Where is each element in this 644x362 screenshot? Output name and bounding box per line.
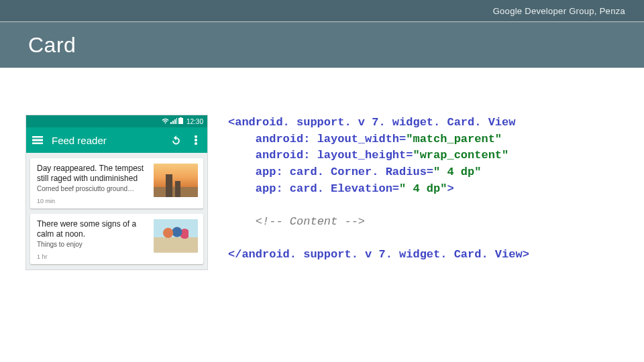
svg-point-0 <box>195 135 197 138</box>
topbar: Google Developer Group, Penza <box>0 0 644 22</box>
slide: Google Developer Group, Penza Card 12:30 <box>0 0 644 362</box>
card-subtext: Things to enjoy <box>37 241 148 248</box>
code-block: <android. support. v 7. widget. Card. Vi… <box>228 115 529 270</box>
status-bar: 12:30 <box>26 115 207 127</box>
code-val: " 4 dp" <box>433 166 481 178</box>
code-open-tag: <android. support. v 7. widget. Card. Vi… <box>228 116 515 129</box>
code-val: " 4 dp" <box>399 182 447 195</box>
app-bar: Feed reader <box>26 127 207 153</box>
card-headline: Day reappeared. The tempest still raged … <box>37 164 148 184</box>
group-label: Google Developer Group, Penza <box>493 6 625 16</box>
code-close-tag: </android. support. v 7. widget. Card. V… <box>228 248 529 261</box>
card-thumb <box>154 164 198 197</box>
code-val: "wrap_content" <box>413 149 508 162</box>
code-attr: android: layout_height= <box>256 149 413 162</box>
phone-mock: 12:30 Feed reader Day reappeared. The te… <box>25 115 208 270</box>
code-open-end: > <box>447 182 453 195</box>
code-val: "match_parent" <box>406 133 502 145</box>
feed-card[interactable]: Day reappeared. The tempest still raged … <box>30 158 203 208</box>
card-subtext: Corned beef prosciutto ground… <box>37 185 148 192</box>
refresh-icon[interactable] <box>170 135 182 145</box>
overflow-icon[interactable] <box>190 135 202 145</box>
app-title: Feed reader <box>52 135 162 146</box>
battery-icon <box>178 117 183 125</box>
card-headline: There were some signs of a calm at noon. <box>37 219 148 239</box>
clock: 12:30 <box>186 118 203 125</box>
content: 12:30 Feed reader Day reappeared. The te… <box>0 68 644 270</box>
card-time: 10 min <box>37 198 148 204</box>
svg-point-2 <box>195 143 197 145</box>
svg-point-1 <box>195 139 197 141</box>
titlebar: Card <box>0 22 644 68</box>
wifi-icon <box>162 118 169 125</box>
card-time: 1 hr <box>37 253 148 260</box>
feed-card[interactable]: There were some signs of a calm at noon.… <box>30 214 203 264</box>
page-title: Card <box>28 33 76 58</box>
signal-icon <box>170 118 177 125</box>
code-attr: app: card. Elevation= <box>256 182 399 195</box>
code-comment: <!-- Content --> <box>256 215 365 228</box>
card-thumb <box>154 219 198 253</box>
code-attr: android: layout_width= <box>256 133 406 145</box>
code-attr: app: card. Corner. Radius= <box>256 166 433 178</box>
menu-icon[interactable] <box>32 136 44 144</box>
